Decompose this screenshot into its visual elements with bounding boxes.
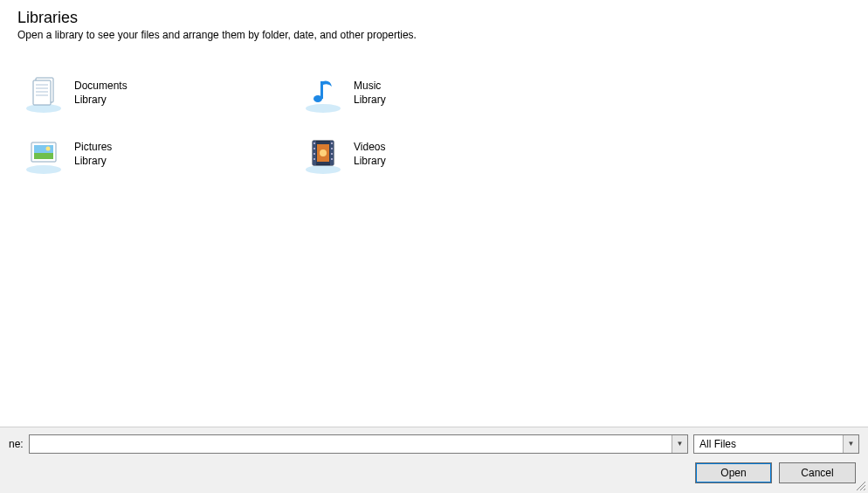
- library-name: Documents: [74, 80, 127, 94]
- svg-point-28: [320, 149, 327, 156]
- library-item-music[interactable]: Music Library: [297, 63, 576, 124]
- cancel-button[interactable]: Cancel: [779, 462, 856, 483]
- filename-input[interactable]: [30, 435, 672, 453]
- svg-rect-19: [313, 142, 315, 144]
- library-item-videos[interactable]: Videos Library: [297, 124, 576, 185]
- music-icon: [301, 72, 345, 115]
- svg-rect-25: [331, 153, 333, 155]
- filetype-combobox[interactable]: All Files ▼: [693, 434, 859, 454]
- filetype-selected: All Files: [694, 435, 843, 453]
- svg-point-7: [306, 104, 341, 113]
- videos-icon: [301, 133, 345, 177]
- bottom-bar: ne: ▼ All Files ▼ Open Cancel: [0, 427, 868, 493]
- library-item-pictures[interactable]: Pictures Library: [17, 124, 297, 185]
- svg-rect-20: [313, 148, 315, 149]
- chevron-down-icon: ▼: [677, 441, 684, 448]
- svg-line-31: [864, 489, 865, 490]
- library-name: Music: [354, 80, 386, 94]
- svg-point-15: [306, 165, 341, 174]
- library-type: Library: [354, 94, 386, 108]
- svg-rect-24: [331, 148, 333, 149]
- library-type: Library: [74, 94, 127, 108]
- library-name: Pictures: [74, 141, 112, 155]
- content-area: Libraries Open a library to see your fil…: [0, 0, 868, 427]
- open-button[interactable]: Open: [695, 462, 772, 483]
- library-name: Videos: [354, 141, 386, 155]
- library-type: Library: [354, 155, 386, 169]
- svg-rect-13: [34, 153, 53, 159]
- pictures-icon: [22, 133, 65, 177]
- button-row: Open Cancel: [9, 462, 859, 483]
- svg-point-14: [46, 147, 51, 151]
- svg-rect-21: [313, 153, 315, 155]
- filename-row: ne: ▼ All Files ▼: [9, 434, 859, 454]
- documents-icon: [22, 72, 65, 115]
- svg-rect-9: [320, 81, 323, 99]
- library-grid: Documents Library Music Library: [17, 63, 851, 185]
- svg-rect-22: [313, 158, 315, 160]
- svg-rect-23: [331, 142, 333, 144]
- filename-label: ne:: [9, 438, 24, 450]
- svg-point-10: [26, 165, 61, 174]
- filetype-dropdown-button[interactable]: ▼: [843, 435, 858, 453]
- svg-rect-26: [331, 158, 333, 160]
- filename-dropdown-button[interactable]: ▼: [672, 435, 687, 453]
- library-type: Library: [74, 155, 112, 169]
- page-title: Libraries: [17, 9, 851, 27]
- library-item-documents[interactable]: Documents Library: [17, 63, 297, 124]
- resize-grip[interactable]: [854, 479, 866, 491]
- filename-combobox[interactable]: ▼: [29, 434, 688, 454]
- svg-rect-2: [33, 80, 51, 105]
- page-subtitle: Open a library to see your files and arr…: [17, 29, 851, 41]
- chevron-down-icon: ▼: [848, 441, 855, 448]
